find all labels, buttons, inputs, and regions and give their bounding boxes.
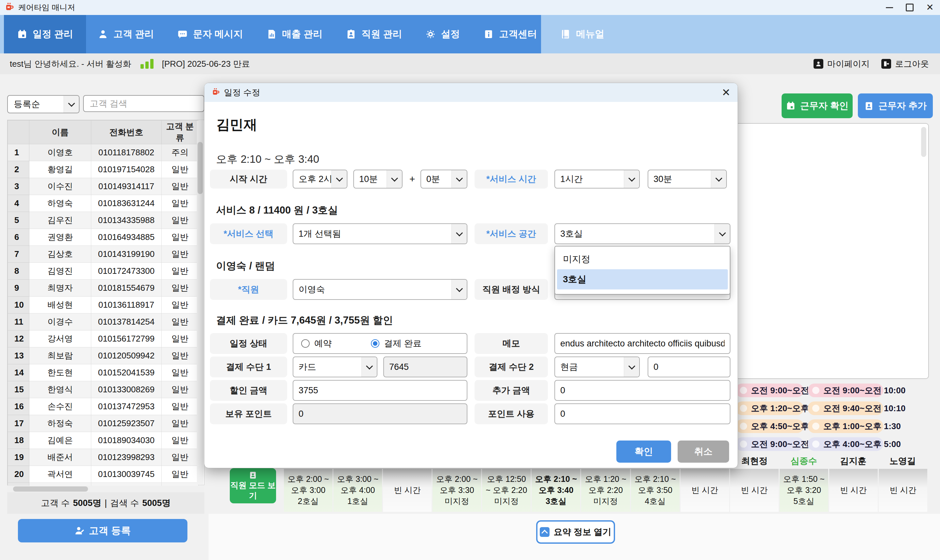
customer-row[interactable]: 4하영숙010183631244일반 (8, 195, 199, 212)
schedule-cell[interactable]: 오후 1:20 ~ 오후 2:20미지정 (581, 469, 630, 512)
minimize-button[interactable] (879, 0, 900, 15)
status-bar: test님 안녕하세요. - 서버 활성화 [PRO] 2025-06-23 만… (0, 53, 940, 74)
points-input[interactable] (293, 403, 468, 424)
time-chip[interactable]: 오전 9:00~오전 10:00 (735, 437, 804, 451)
schedule-cell[interactable]: 오후 3:00 ~ 오후 4:001호실 (333, 469, 382, 512)
customer-row[interactable]: 19배준서010123998293일반 (8, 449, 199, 466)
mypage-link[interactable]: 마이페이지 (813, 58, 870, 70)
time-chip[interactable]: 오후 1:20~오후 2:20 (735, 402, 804, 415)
customer-row[interactable]: 10배성현010136118917일반 (8, 297, 199, 314)
time-chip[interactable]: 오전 9:00~오전 10:00 (808, 383, 883, 397)
schedule-cell-current[interactable]: 오후 2:10 ~ 오후 3:403호실 (532, 469, 580, 512)
tab-support[interactable]: 고객센터 (472, 15, 548, 53)
tab-customers[interactable]: 고객 관리 (86, 15, 165, 53)
schedule-cell-empty[interactable]: 빈 시간 (730, 469, 779, 512)
tab-manual[interactable]: 메뉴얼 (548, 15, 616, 53)
tab-messages[interactable]: 문자 메시지 (165, 15, 255, 53)
confirm-button[interactable]: 확인 (616, 440, 671, 463)
schedule-cell[interactable]: 오후 2:00 ~ 오후 3:30미지정 (432, 469, 481, 512)
customer-row[interactable]: 1이영호010118178802주의 (8, 144, 199, 161)
modal-header: 일정 수정 ✕ (204, 83, 738, 102)
tab-settings[interactable]: 설정 (414, 15, 472, 53)
start-hour-select[interactable]: 오후 2시 (293, 170, 347, 189)
dropdown-option[interactable]: 미지정 (557, 249, 728, 269)
table-vertical-scrollbar[interactable] (197, 120, 204, 485)
schedule-cell[interactable]: 오후 2:10 ~ 오후 3:504호실 (631, 469, 679, 512)
pay2-amount-input[interactable] (648, 357, 730, 377)
customer-row[interactable]: 3이수진010149314117일반 (8, 178, 199, 195)
staff-name[interactable]: 심종수 (779, 455, 829, 469)
customer-row[interactable]: 16손수진010137472953일반 (8, 398, 199, 415)
time-chip[interactable]: 오전 9:00~오전 10:00 (735, 383, 804, 397)
extra-minute-select[interactable]: 0분 (420, 170, 468, 189)
customer-row[interactable]: 12강서영010156172799일반 (8, 331, 199, 348)
time-chip[interactable]: 오전 9:40~오전 10:10 (808, 402, 883, 415)
dropdown-option-selected[interactable]: 3호실 (557, 269, 728, 289)
service-room-select[interactable]: 3호실 (554, 223, 730, 244)
schedule-cell[interactable]: 오후 1:50 ~ 오후 3:205호실 (779, 469, 828, 512)
service-minute-select[interactable]: 30분 (648, 170, 727, 189)
table-horizontal-scrollbar[interactable] (7, 486, 204, 492)
customer-row[interactable]: 6권영환010164934885일반 (8, 229, 199, 246)
close-icon[interactable]: ✕ (722, 87, 730, 98)
customer-row[interactable]: 14한도현010152041539일반 (8, 364, 199, 381)
window-title: 케어타임 매니저 (18, 2, 75, 13)
service-hour-select[interactable]: 1시간 (554, 170, 640, 189)
badge-icon (249, 471, 257, 479)
customer-row[interactable]: 20곽서연010130039745일반 (8, 466, 199, 483)
extra-amount-input[interactable] (554, 380, 730, 401)
service-select[interactable]: 1개 선택됨 (293, 223, 468, 244)
customer-row[interactable]: 15한영식010133008269일반 (8, 381, 199, 398)
pay2-method-select[interactable]: 현금 (554, 357, 640, 377)
close-window-button[interactable]: ✕ (920, 0, 940, 15)
pay1-amount-input[interactable] (383, 357, 468, 377)
use-points-input[interactable] (554, 403, 730, 424)
tab-staff[interactable]: 직원 관리 (334, 15, 414, 53)
schedule-cell-empty[interactable]: 빈 시간 (879, 469, 927, 512)
discount-input[interactable] (293, 380, 468, 401)
worker-check-button[interactable]: 근무자 확인 (782, 94, 853, 118)
cancel-button[interactable]: 취소 (678, 440, 729, 463)
sort-order-select[interactable]: 등록순 (7, 95, 80, 113)
customer-row[interactable]: 2황영길010197154028일반 (8, 161, 199, 178)
pay1-label: 결제 수단 1 (210, 357, 287, 377)
clock-icon (740, 423, 747, 430)
time-chip[interactable]: 오후 4:50~오후 6:20 (735, 419, 804, 433)
schedule-cell[interactable]: 오후 2:00 ~ 오후 3:002호실 (284, 469, 332, 512)
customer-row[interactable]: 17하정숙010125923507일반 (8, 415, 199, 432)
time-chip[interactable]: 오후 4:00~오후 5:00 (808, 437, 883, 451)
customer-row[interactable]: 13최보람010120509942일반 (8, 348, 199, 364)
staff-mode-button[interactable]: 직원 모드 보기 (230, 468, 276, 503)
time-chip[interactable]: 오후 1:00~오후 1:30 (808, 419, 883, 433)
status-paid-radio[interactable]: 결제 완료 (371, 338, 422, 349)
register-customer-button[interactable]: 고객 등록 (18, 519, 187, 542)
customer-row[interactable]: 5김우진010134335988일반 (8, 212, 199, 229)
customer-row[interactable]: 8김영진010172473300일반 (8, 263, 199, 280)
customer-row[interactable]: 9최명자010181554679일반 (8, 280, 199, 297)
pay1-method-select[interactable]: 카드 (293, 357, 377, 377)
app-window: 케어타임 매니저 ✕ 일정 관리 고객 관리 문자 메시지 매출 관리 (0, 0, 940, 560)
staff-select[interactable]: 이영숙 (293, 279, 468, 300)
logout-link[interactable]: 로그아웃 (881, 58, 929, 70)
status-reserved-radio[interactable]: 예약 (301, 338, 332, 349)
panel-scrollbar[interactable] (921, 127, 926, 157)
tab-schedule[interactable]: 일정 관리 (4, 15, 86, 53)
customer-row[interactable]: 18김예은010189034030일반 (8, 432, 199, 449)
schedule-cell[interactable]: 오후 12:50 ~ 오후 2:20미지정 (482, 469, 531, 512)
schedule-cell-empty[interactable]: 빈 시간 (829, 469, 878, 512)
start-minute-select[interactable]: 10분 (353, 170, 403, 189)
tab-sales[interactable]: 매출 관리 (255, 15, 334, 53)
customer-row[interactable]: 11이경수010137814254일반 (8, 314, 199, 331)
schedule-cell-empty[interactable]: 빈 시간 (383, 469, 432, 512)
customer-search-input[interactable] (83, 95, 204, 112)
mypage-icon (813, 59, 823, 69)
summary-info-button[interactable]: 요약 정보 열기 (536, 520, 615, 544)
customer-row[interactable]: 7김상호010143199190일반 (8, 246, 199, 263)
staff-name[interactable]: 노영길 (878, 455, 928, 469)
schedule-cell-empty[interactable]: 빈 시간 (681, 469, 729, 512)
staff-name[interactable]: 김지훈 (829, 455, 878, 469)
main-nav: 일정 관리 고객 관리 문자 메시지 매출 관리 직원 관리 설정 (0, 15, 940, 53)
maximize-button[interactable] (900, 0, 920, 15)
memo-input[interactable] (554, 333, 730, 354)
worker-add-button[interactable]: 근무자 추가 (858, 94, 933, 118)
